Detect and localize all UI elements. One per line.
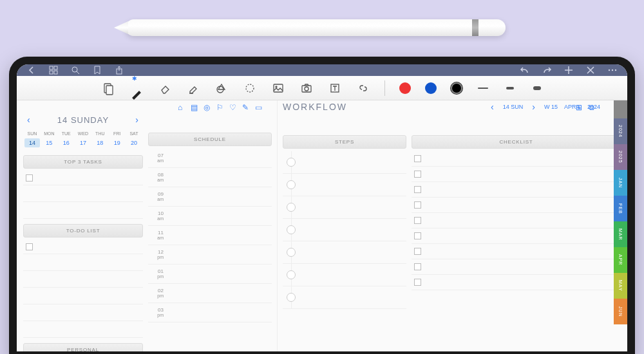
date-cell[interactable]: 16	[59, 138, 74, 147]
task-line[interactable]	[23, 290, 143, 304]
step-row[interactable]	[283, 286, 406, 309]
checkbox-icon[interactable]	[26, 243, 33, 250]
close-icon[interactable]	[585, 64, 596, 76]
task-line[interactable]	[23, 324, 143, 338]
grid-icon[interactable]	[48, 64, 59, 76]
task-line[interactable]	[23, 171, 143, 185]
highlighter-tool-icon[interactable]	[186, 81, 200, 95]
checklist-line[interactable]	[412, 182, 621, 198]
workflow-month[interactable]: APRIL	[564, 104, 581, 110]
checkbox-icon[interactable]	[414, 217, 421, 224]
step-row[interactable]	[283, 241, 406, 264]
task-line[interactable]	[23, 188, 143, 202]
home-mini-icon[interactable]: ⌂	[178, 103, 187, 112]
checkbox-icon[interactable]	[414, 201, 421, 209]
time-row[interactable]: 09am	[148, 187, 272, 207]
checklist-line[interactable]	[412, 228, 621, 244]
date-cell[interactable]: 15	[41, 138, 57, 147]
side-tab-FEB[interactable]: FEB	[614, 196, 627, 221]
time-row[interactable]: 12pm	[148, 245, 272, 265]
workflow-year[interactable]: 2024	[587, 104, 600, 110]
date-cell[interactable]: 17	[75, 138, 91, 147]
next-link-arrow[interactable]: ›	[529, 102, 538, 112]
task-line[interactable]	[23, 205, 143, 219]
link-tool-icon[interactable]	[356, 81, 370, 95]
color-blue[interactable]	[425, 82, 437, 94]
shape-tool-icon[interactable]	[214, 81, 229, 95]
share-icon[interactable]	[113, 64, 125, 76]
side-tab-home[interactable]	[614, 100, 627, 118]
stroke-thick[interactable]	[531, 86, 544, 90]
side-tab-JUN[interactable]: JUN	[614, 299, 627, 324]
step-row[interactable]	[283, 174, 406, 196]
time-row[interactable]: 02pm	[148, 284, 272, 303]
time-row[interactable]: 10am	[148, 207, 272, 226]
image-tool-icon[interactable]	[271, 81, 285, 95]
task-line[interactable]	[23, 240, 143, 254]
color-red[interactable]	[399, 82, 411, 94]
redo-icon[interactable]	[541, 64, 553, 76]
side-tab-JAN[interactable]: JAN	[614, 170, 627, 196]
date-cell[interactable]: 19	[109, 138, 125, 147]
checklist-line[interactable]	[412, 198, 621, 213]
workflow-date[interactable]: 14 SUN	[503, 104, 524, 110]
task-line[interactable]	[23, 274, 143, 288]
checkbox-icon[interactable]	[26, 174, 33, 182]
step-row[interactable]	[283, 196, 406, 219]
back-icon[interactable]	[26, 64, 37, 76]
checklist-line[interactable]	[412, 167, 621, 182]
stroke-med[interactable]	[504, 86, 516, 90]
prev-day-arrow[interactable]: ‹	[24, 115, 33, 125]
date-cell[interactable]: 20	[126, 138, 142, 147]
time-row[interactable]: 07am	[148, 149, 272, 168]
prev-link-arrow[interactable]: ‹	[488, 102, 497, 112]
next-day-arrow[interactable]: ›	[133, 115, 142, 125]
checklist-line[interactable]	[412, 244, 621, 259]
checklist-line[interactable]	[412, 151, 621, 167]
search-icon[interactable]	[70, 64, 81, 76]
eraser-tool-icon[interactable]	[158, 81, 172, 95]
checklist-line[interactable]	[412, 213, 621, 228]
checkbox-icon[interactable]	[414, 186, 421, 193]
add-icon[interactable]	[563, 64, 574, 76]
checkbox-icon[interactable]	[414, 248, 421, 255]
time-row[interactable]: 11am	[148, 226, 272, 245]
side-tab-MAY[interactable]: MAY	[614, 273, 627, 299]
step-row[interactable]	[283, 264, 406, 286]
more-icon[interactable]	[607, 64, 618, 76]
time-row[interactable]: 08am	[148, 168, 272, 187]
date-cell[interactable]: 18	[92, 138, 108, 147]
undo-icon[interactable]	[519, 64, 531, 76]
task-line[interactable]	[23, 307, 143, 321]
checklist-line[interactable]	[412, 259, 621, 275]
side-tab-2025[interactable]: 2025	[614, 144, 627, 170]
pen-tool-icon[interactable]	[129, 87, 144, 101]
checkbox-icon[interactable]	[414, 155, 421, 162]
checklist-line[interactable]	[412, 275, 621, 290]
page-tool-icon[interactable]	[101, 81, 115, 95]
doc-mini-icon[interactable]: ▭	[255, 103, 264, 112]
camera-tool-icon[interactable]	[299, 81, 314, 95]
lasso-tool-icon[interactable]	[243, 81, 257, 95]
date-cell[interactable]: 14	[24, 138, 40, 147]
side-tab-APR[interactable]: APR	[614, 247, 627, 273]
step-row[interactable]	[283, 151, 406, 174]
stroke-thin[interactable]	[477, 86, 489, 90]
color-black[interactable]	[451, 82, 462, 94]
checkbox-icon[interactable]	[414, 232, 421, 239]
brush-mini-icon[interactable]: ✎	[242, 103, 251, 112]
time-row[interactable]: 03pm	[148, 303, 272, 322]
time-row[interactable]: 01pm	[148, 265, 272, 284]
checkbox-icon[interactable]	[414, 171, 421, 178]
side-tab-2024[interactable]: 2024	[614, 118, 627, 144]
task-line[interactable]	[23, 257, 143, 271]
flag-mini-icon[interactable]: ⚐	[216, 103, 225, 112]
step-row[interactable]	[283, 219, 406, 241]
target-mini-icon[interactable]: ◎	[204, 103, 213, 112]
side-tab-MAR[interactable]: MAR	[614, 221, 627, 247]
bookmark-icon[interactable]	[91, 64, 103, 76]
checkbox-icon[interactable]	[414, 279, 421, 286]
checkbox-icon[interactable]	[414, 263, 421, 270]
text-tool-icon[interactable]	[328, 81, 342, 95]
heart-mini-icon[interactable]: ♡	[229, 103, 238, 112]
